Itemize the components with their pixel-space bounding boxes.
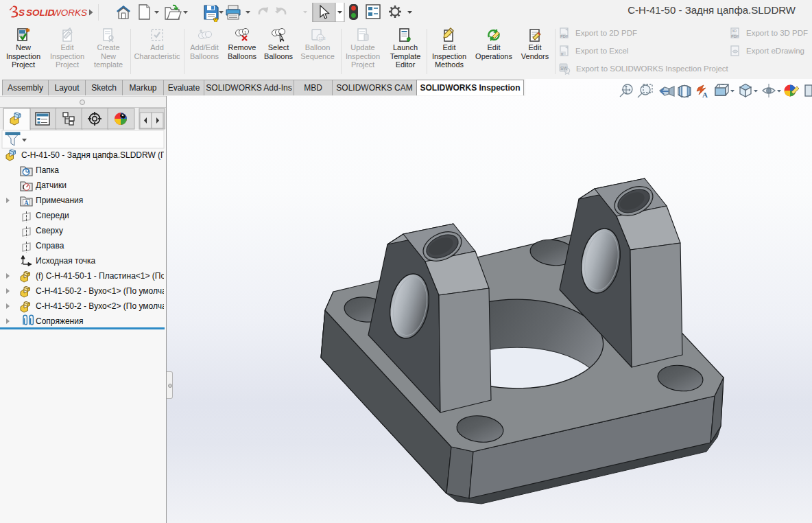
svg-text:PDF: PDF (560, 34, 569, 38)
svg-text:SOLID: SOLID (26, 8, 55, 18)
svg-text:123: 123 (319, 36, 326, 40)
svg-text:3D: 3D (732, 29, 737, 33)
svg-text:PDF: PDF (731, 34, 739, 38)
svg-text:S: S (19, 8, 25, 18)
svg-text:A: A (24, 200, 29, 207)
svg-text:!: ! (215, 16, 216, 21)
svg-text:WORKS: WORKS (52, 8, 87, 18)
svg-text:A: A (702, 91, 708, 99)
svg-text:X: X (561, 51, 564, 56)
